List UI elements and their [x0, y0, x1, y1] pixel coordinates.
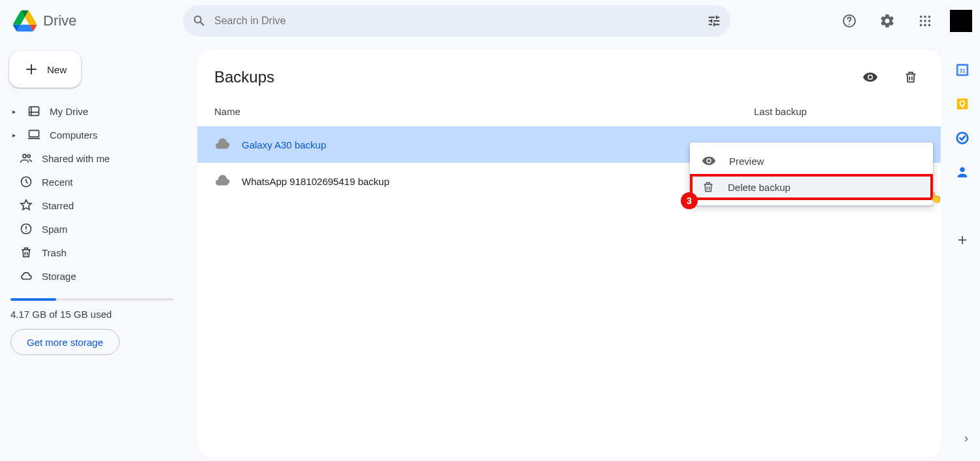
preview-action-icon[interactable]: [857, 64, 883, 90]
chevron-right-icon: ▸: [10, 131, 17, 139]
svg-point-17: [25, 231, 27, 232]
search-bar[interactable]: [183, 5, 730, 37]
get-more-storage-button[interactable]: Get more storage: [10, 329, 120, 355]
apps-grid-icon[interactable]: [912, 8, 938, 34]
chevron-right-icon: ▸: [10, 108, 17, 115]
app-title: Drive: [43, 12, 76, 29]
cloud-icon: [214, 136, 230, 153]
svg-point-7: [928, 20, 931, 22]
svg-point-1: [849, 24, 850, 25]
sidebar-item-shared[interactable]: Shared with me: [9, 146, 175, 170]
new-button-label: New: [47, 64, 67, 75]
search-filter-icon[interactable]: [707, 14, 721, 28]
column-header-name[interactable]: Name: [214, 106, 754, 117]
svg-point-5: [920, 20, 923, 22]
delete-action-icon[interactable]: [898, 64, 924, 90]
new-button[interactable]: New: [9, 51, 81, 88]
sidebar-item-spam[interactable]: Spam: [9, 217, 175, 241]
contacts-app-icon[interactable]: [955, 165, 970, 179]
calendar-app-icon[interactable]: 31: [955, 63, 970, 77]
sidebar-item-trash[interactable]: Trash: [9, 241, 175, 264]
svg-point-2: [920, 16, 923, 18]
keep-app-icon[interactable]: [955, 97, 970, 111]
svg-point-4: [928, 16, 931, 18]
sidebar-item-my-drive[interactable]: ▸ My Drive: [9, 99, 175, 123]
support-icon[interactable]: [836, 8, 862, 34]
sidebar-item-recent[interactable]: Recent: [9, 170, 175, 194]
context-menu: Preview Delete backup 3: [690, 143, 933, 205]
svg-point-9: [924, 24, 926, 27]
context-menu-preview-label: Preview: [729, 156, 764, 167]
sidebar-item-starred[interactable]: Starred: [9, 194, 175, 217]
svg-rect-11: [29, 107, 39, 115]
drive-logo-icon: [13, 9, 37, 33]
tasks-app-icon[interactable]: [955, 131, 970, 145]
svg-point-3: [924, 16, 926, 18]
column-header-last-backup[interactable]: Last backup: [754, 106, 924, 117]
svg-text:31: 31: [959, 68, 966, 74]
svg-point-25: [960, 167, 964, 172]
search-icon: [192, 14, 206, 28]
page-title: Backups: [214, 68, 274, 86]
svg-point-6: [924, 20, 926, 22]
search-input[interactable]: [206, 14, 707, 27]
sidebar-item-computers[interactable]: ▸ Computers: [9, 123, 175, 146]
annotation-badge: 3: [681, 192, 698, 209]
context-menu-preview[interactable]: Preview: [690, 148, 933, 174]
svg-point-10: [928, 24, 931, 27]
account-avatar[interactable]: [950, 10, 972, 32]
svg-point-8: [920, 24, 923, 27]
svg-rect-21: [957, 99, 968, 110]
context-menu-delete-backup[interactable]: Delete backup 3: [690, 174, 933, 200]
storage-text: 4.17 GB of 15 GB used: [10, 309, 174, 320]
context-menu-delete-label: Delete backup: [728, 182, 791, 193]
svg-point-14: [27, 155, 30, 158]
svg-rect-23: [962, 106, 964, 108]
svg-point-13: [23, 154, 26, 158]
sidebar-item-storage[interactable]: Storage: [9, 264, 175, 288]
settings-icon[interactable]: [874, 8, 900, 34]
side-panel-collapse-icon[interactable]: ›: [964, 432, 968, 445]
storage-bar: [10, 298, 174, 301]
svg-rect-12: [29, 130, 39, 137]
add-side-app-icon[interactable]: ＋: [955, 229, 970, 250]
backup-name: Galaxy A30 backup: [242, 139, 326, 150]
backup-name: WhatsApp 918102695419 backup: [242, 176, 389, 187]
cloud-icon: [214, 173, 230, 190]
